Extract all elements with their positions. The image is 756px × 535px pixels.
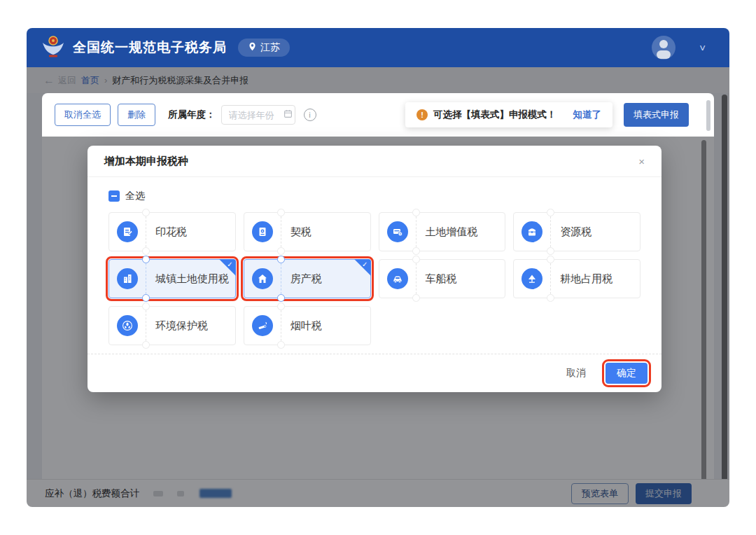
- tax-card-house[interactable]: 房产税 ✓: [244, 259, 371, 298]
- region-label: 江苏: [260, 41, 280, 54]
- tax-label: 烟叶税: [290, 319, 322, 333]
- tax-label: 印花税: [155, 225, 187, 239]
- info-icon[interactable]: i: [304, 109, 316, 121]
- year-input[interactable]: [227, 109, 279, 121]
- app-title: 全国统一规范电子税务局: [73, 39, 227, 57]
- tax-card-stamp[interactable]: 印花税: [108, 212, 236, 251]
- vehicle-vessel-tax-icon: [387, 268, 408, 289]
- deed-tax-icon: [252, 221, 273, 242]
- tax-label: 城镇土地使用税: [155, 272, 229, 286]
- tax-card-tobacco[interactable]: 烟叶税: [244, 306, 371, 345]
- top-bar: 全国统一规范电子税务局 江苏 ˅: [27, 28, 729, 67]
- tax-label: 车船税: [426, 272, 457, 286]
- close-icon[interactable]: ×: [638, 155, 645, 167]
- tax-label: 资源税: [560, 225, 592, 239]
- mode-notice-popover: ! 可选择【填表式】申报模式！ 知道了: [405, 102, 612, 127]
- house-tax-icon: [252, 268, 273, 289]
- delete-button[interactable]: 删除: [118, 104, 155, 126]
- tax-card-urban-land[interactable]: 城镇土地使用税 ✓: [108, 259, 236, 298]
- chevron-down-icon[interactable]: ˅: [699, 42, 706, 54]
- toolbar-scrollbar-thumb[interactable]: [706, 100, 710, 131]
- user-avatar[interactable]: [652, 36, 676, 60]
- confirm-button[interactable]: 确定: [606, 363, 648, 384]
- check-icon: ✓: [362, 260, 368, 268]
- farmland-tax-icon: [522, 268, 542, 289]
- dialog-body: 全选 印花税: [88, 177, 662, 345]
- dialog-title: 增加本期申报税种: [104, 155, 188, 168]
- tobacco-tax-icon: [252, 315, 273, 336]
- warning-icon: !: [416, 109, 428, 120]
- check-icon: ✓: [227, 260, 232, 268]
- calendar-icon: [284, 109, 293, 121]
- cancel-button[interactable]: 取消: [558, 363, 594, 384]
- toolbar: 取消全选 删除 所属年度： i ! 可选择【填表式】申报模式！ 知道了 填表式申…: [42, 93, 714, 137]
- resource-tax-icon: [522, 221, 542, 242]
- tax-card-vehicle-vessel[interactable]: 车船税: [379, 259, 506, 298]
- land-vat-icon: [387, 221, 408, 242]
- select-all-checkbox[interactable]: [108, 190, 120, 202]
- app-window: 全国统一规范电子税务局 江苏 ˅ ← 返回 首页 › 财产和行为税税源采集及合并…: [27, 28, 729, 507]
- stamp-tax-icon: [117, 221, 138, 242]
- select-all-label: 全选: [125, 190, 145, 202]
- tax-card-environment[interactable]: 环境保护税: [108, 306, 236, 345]
- tax-label: 契税: [290, 225, 312, 239]
- tax-bureau-emblem-icon: [41, 34, 66, 62]
- notice-text: 可选择【填表式】申报模式！: [433, 109, 556, 121]
- environment-tax-icon: [117, 315, 138, 336]
- form-mode-declare-button[interactable]: 填表式申报: [624, 103, 689, 127]
- tax-card-farmland[interactable]: 耕地占用税: [513, 259, 640, 298]
- tax-label: 耕地占用税: [560, 272, 612, 286]
- tax-label: 房产税: [290, 272, 322, 286]
- urban-land-tax-icon: [117, 268, 138, 289]
- region-badge[interactable]: 江苏: [238, 39, 290, 57]
- year-picker[interactable]: [221, 105, 295, 125]
- tax-card-land-vat[interactable]: 土地增值税: [379, 212, 506, 251]
- tax-label: 土地增值税: [426, 225, 478, 239]
- tax-card-resource[interactable]: 资源税: [513, 212, 640, 251]
- location-pin-icon: [248, 42, 257, 53]
- tax-type-grid: 印花税 契税: [108, 212, 640, 345]
- dialog-header: 增加本期申报税种 ×: [88, 146, 662, 177]
- dialog-footer: 取消 确定: [88, 354, 662, 392]
- tax-card-deed[interactable]: 契税: [244, 212, 371, 251]
- cancel-select-all-button[interactable]: 取消全选: [55, 104, 111, 126]
- notice-got-it-link[interactable]: 知道了: [573, 109, 602, 121]
- add-tax-types-dialog: 增加本期申报税种 × 全选: [88, 146, 662, 392]
- select-all-row[interactable]: 全选: [108, 190, 640, 202]
- year-field-label: 所属年度：: [168, 109, 216, 121]
- tax-label: 环境保护税: [155, 319, 208, 333]
